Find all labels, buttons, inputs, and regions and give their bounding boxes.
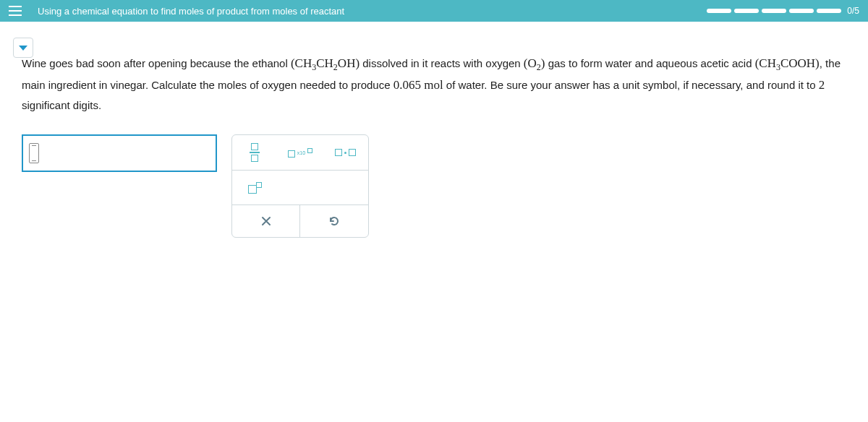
reset-icon [328,215,341,228]
page-title: Using a chemical equation to find moles … [38,6,707,17]
text-segment: of water. Be sure your answer has a unit… [443,79,819,91]
question-text: Wine goes bad soon after opening because… [22,53,846,114]
empty-cell [278,170,368,204]
fraction-icon [250,143,260,162]
sig-digits: 2 [819,78,825,92]
text-segment: Wine goes bad soon after opening because… [22,57,291,69]
expand-toggle[interactable] [13,38,33,58]
tool-panel: x10 [231,134,369,238]
superscript-button[interactable] [232,170,278,204]
multiply-button[interactable] [323,135,368,170]
superscript-icon [248,182,262,194]
scientific-button[interactable]: x10 [278,135,323,170]
cursor-icon [29,143,39,163]
value-moles: 0.065 mol [393,78,443,92]
progress-area: 0/5 [707,6,859,16]
question-content: Wine goes bad soon after opening because… [0,22,868,252]
progress-bar [707,9,841,13]
multiply-icon [335,149,356,156]
reset-button[interactable] [300,205,368,237]
text-segment: dissolved in it reacts with oxygen [362,57,524,69]
scientific-icon: x10 [288,148,312,158]
text-segment: gas to form water and aqueous acetic aci… [548,57,755,69]
menu-icon[interactable] [9,2,26,20]
chevron-down-icon [19,46,27,51]
formula-ethanol: (CH3CH2OH) [291,56,359,70]
close-icon [260,215,272,227]
header-bar: Using a chemical equation to find moles … [0,0,868,22]
formula-oxygen: (O2) [524,56,545,70]
fraction-button[interactable] [232,135,278,170]
input-row: x10 [22,134,846,238]
text-segment: significant digits. [22,99,101,111]
clear-button[interactable] [232,205,300,237]
formula-acetic: (CH3COOH) [755,56,820,70]
progress-text: 0/5 [847,6,859,16]
answer-input[interactable] [22,134,217,172]
